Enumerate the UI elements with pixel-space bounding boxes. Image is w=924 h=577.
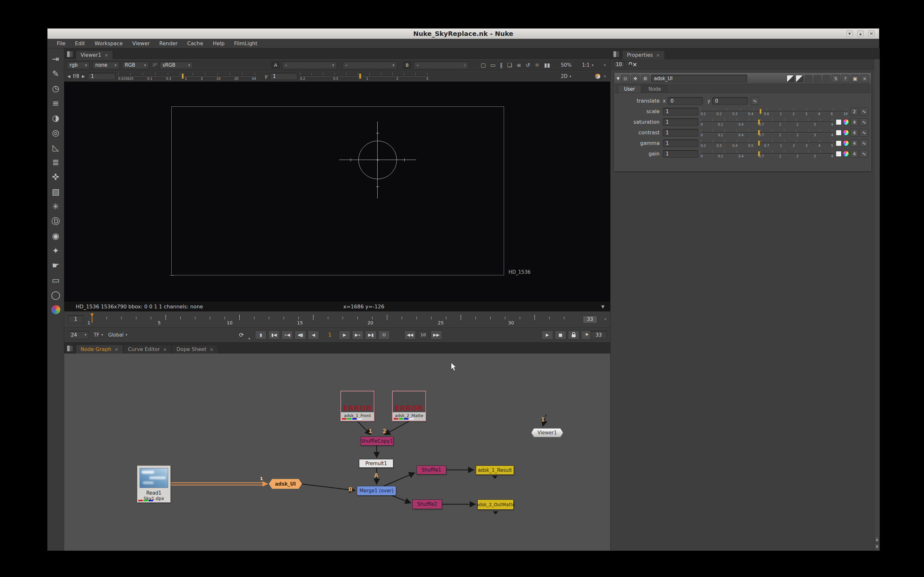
tab-node-graph[interactable]: Node Graph ×	[76, 345, 123, 354]
gamma-checkbox[interactable]	[836, 140, 842, 146]
input-b-select[interactable]: -∕	[414, 61, 468, 69]
translate-x-field[interactable]: 0	[668, 97, 703, 105]
node-name-field[interactable]: adsk_UI	[651, 75, 747, 82]
close-icon[interactable]: ×	[656, 53, 660, 58]
node-read1[interactable]: Read1 Sky1.dpx	[137, 466, 171, 503]
node-adsk-2-matte[interactable]: ERROR adsk_2_Matte	[392, 391, 426, 421]
color-node-icon[interactable]: ◑	[49, 111, 62, 125]
input-process-toggle[interactable]: IP	[152, 62, 156, 68]
input-b-button[interactable]: B	[403, 61, 411, 69]
panel-stack-limit-field[interactable]: 10	[613, 61, 625, 68]
skip-back-button[interactable]: ◀◀	[404, 330, 416, 340]
prev-frame-button[interactable]: ◀▮	[294, 330, 306, 340]
help-icon[interactable]: ?	[841, 75, 850, 82]
menu-item[interactable]: FilmLight	[229, 40, 262, 47]
gl-color-swatch[interactable]	[796, 75, 803, 82]
views-node-icon[interactable]: ◉	[49, 229, 62, 243]
update-gear-icon[interactable]: ☼	[535, 62, 540, 68]
aperture-down-icon[interactable]: ◀	[67, 74, 70, 79]
layer-select[interactable]: none▾	[92, 61, 120, 69]
scanlines-icon[interactable]: ≡	[517, 62, 521, 68]
gamma-channels-button[interactable]: 4	[850, 139, 859, 147]
in-point-field[interactable]: 1	[68, 315, 83, 324]
input-a-button[interactable]: A	[271, 61, 280, 69]
tab-properties[interactable]: Properties ×	[622, 50, 665, 59]
zoom-level[interactable]: 50%	[561, 62, 572, 68]
play-in-box-icon[interactable]: ▶	[541, 330, 553, 340]
timeline-ruler[interactable]: 1 151015202530 33 »	[64, 311, 610, 327]
gamma-curve-button[interactable]: ∿	[860, 139, 868, 147]
filmlight-node-icon[interactable]	[51, 305, 60, 314]
next-keyframe-button[interactable]: ▶»	[352, 330, 363, 340]
viewer-gamma-slider[interactable]: 0.20.5125	[300, 71, 428, 81]
saturation-curve-button[interactable]: ∿	[860, 118, 868, 126]
menu-item[interactable]: Render	[155, 40, 183, 47]
node-adsk-ui[interactable]: adsk_UI	[269, 479, 302, 489]
node-badge-icon[interactable]: ❖	[631, 75, 640, 82]
scroll-up-icon[interactable]: ▲	[875, 536, 879, 542]
viewer-mode-select[interactable]: 2D▾	[561, 73, 572, 79]
frame-display-icon[interactable]: ▢	[481, 62, 486, 68]
gamma-input[interactable]: 1	[270, 73, 297, 80]
gain-field[interactable]: 1	[663, 150, 698, 158]
goto-end-button[interactable]: ▶▮	[365, 330, 376, 340]
prev-keyframe-button[interactable]: «◀	[281, 330, 293, 340]
float-panel-icon[interactable]: ▣	[851, 75, 859, 82]
stop-button[interactable]: ▮	[255, 330, 267, 340]
pane-menu-icon[interactable]	[67, 345, 73, 351]
contrast-field[interactable]: 1	[663, 129, 698, 137]
lock-range-icon[interactable]	[568, 330, 580, 340]
refresh-icon[interactable]: ↺	[525, 62, 530, 68]
frame-range-button[interactable]: O	[378, 330, 390, 340]
tab-node[interactable]: Node	[642, 85, 667, 93]
viewer-canvas[interactable]: HD_1536	[64, 82, 610, 301]
contrast-colorwheel-icon[interactable]	[843, 129, 849, 135]
goto-start-button[interactable]: ▮◀	[268, 330, 280, 340]
aperture-up-icon[interactable]: ▶	[82, 74, 85, 79]
frame-small-icon[interactable]: ▭	[490, 62, 495, 68]
center-node-icon[interactable]: ⊙	[621, 75, 630, 82]
node-adsk-1-front[interactable]: ERROR adsk_1_Front	[341, 391, 375, 421]
close-icon[interactable]: ×	[115, 347, 118, 352]
gain-channels-button[interactable]: 4	[850, 150, 859, 158]
wipe-select[interactable]: -▾	[342, 61, 397, 69]
tab-curve-editor[interactable]: Curve Editor ×	[123, 345, 172, 354]
keyer-node-icon[interactable]: ◺	[49, 140, 62, 155]
metadata-node-icon[interactable]: ✦	[49, 243, 62, 258]
contrast-channels-button[interactable]: 4	[850, 129, 859, 137]
clear-all-panels-icon[interactable]: ×	[632, 61, 637, 68]
node-shuffle1[interactable]: Shuffle1	[417, 466, 446, 474]
node-premult1[interactable]: Premult1	[359, 459, 393, 468]
saturation-checkbox[interactable]	[836, 119, 842, 125]
playhead[interactable]	[90, 314, 94, 323]
fps-field[interactable]: 24▾	[68, 331, 89, 339]
pause-icon[interactable]: ▮▮	[544, 62, 550, 68]
scale-slider[interactable]: 0.10.20.30.40.61234610	[701, 107, 848, 116]
collapse-toolbar-icon[interactable]: »	[603, 64, 607, 67]
play-backward-button[interactable]: ◀	[308, 330, 319, 340]
maximize-button[interactable]: ▴	[857, 31, 864, 37]
close-button[interactable]: ×	[868, 31, 875, 37]
scale-range-button[interactable]: 2	[850, 108, 859, 115]
pane-menu-icon[interactable]	[613, 51, 620, 57]
collapse-panel-icon[interactable]: ▼	[617, 76, 620, 81]
script-button[interactable]: S	[832, 75, 840, 82]
viewer-lut-select[interactable]: sRGB▾	[160, 61, 193, 69]
menu-item[interactable]: Workspace	[90, 40, 128, 47]
other-node-icon[interactable]: ▭	[49, 273, 62, 287]
wipe-handle-icon[interactable]	[595, 74, 600, 79]
tab-viewer1[interactable]: Viewer1 ×	[76, 50, 113, 59]
channel-node-icon[interactable]: ≡	[49, 96, 62, 111]
skip-fwd-button[interactable]: ▶▶	[431, 330, 442, 340]
gain-slider[interactable]: 00.10.40.71234	[701, 149, 833, 159]
scroll-down-icon[interactable]: ▼	[875, 543, 879, 550]
3d-node-icon[interactable]: ▧	[49, 184, 62, 199]
minimize-button[interactable]: ▾	[846, 31, 853, 37]
gain-curve-button[interactable]: ∿	[860, 150, 868, 158]
ratio-select[interactable]: 1:1▾	[582, 62, 594, 68]
saturation-colorwheel-icon[interactable]	[843, 119, 849, 125]
particles-node-icon[interactable]: ✳	[49, 199, 62, 214]
draw-node-icon[interactable]: ✎	[49, 66, 62, 81]
gamma-slider[interactable]: 0.20.30.40.50.712345	[701, 139, 833, 148]
merge-node-icon[interactable]: ≣	[49, 155, 62, 169]
